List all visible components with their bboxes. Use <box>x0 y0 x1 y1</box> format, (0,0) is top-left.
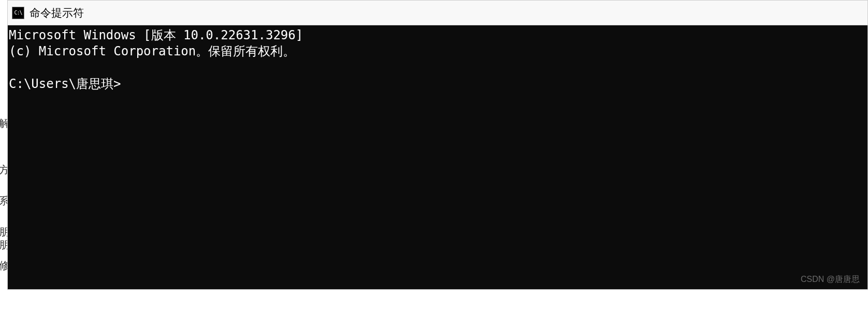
cmd-icon: C:\ <box>12 7 24 19</box>
command-prompt-window: C:\ 命令提示符 Microsoft Windows [版本 10.0.226… <box>7 0 868 290</box>
bg-text-fragment: 方 <box>0 163 7 177</box>
terminal-line: Microsoft Windows [版本 10.0.22631.3296] <box>9 28 303 42</box>
bg-text-fragment: 系 <box>0 194 7 208</box>
bg-text-fragment: 朋 <box>0 225 7 239</box>
cmd-icon-label: C:\ <box>14 10 22 16</box>
window-titlebar[interactable]: C:\ 命令提示符 <box>8 1 867 25</box>
watermark-text: CSDN @唐唐思 <box>801 274 860 285</box>
terminal-prompt[interactable]: C:\Users\唐思琪> <box>9 77 121 91</box>
terminal-output[interactable]: Microsoft Windows [版本 10.0.22631.3296] (… <box>8 25 867 289</box>
bg-text-fragment: 朋 <box>0 238 7 252</box>
bg-text-fragment: 解 <box>0 116 7 130</box>
window-title: 命令提示符 <box>30 6 84 20</box>
bg-text-fragment: 修 <box>0 259 7 273</box>
background-left-strip: 解 方 系 朋 朋 修 <box>0 0 7 313</box>
terminal-line: (c) Microsoft Corporation。保留所有权利。 <box>9 44 295 58</box>
background-bottom-strip <box>7 290 868 313</box>
